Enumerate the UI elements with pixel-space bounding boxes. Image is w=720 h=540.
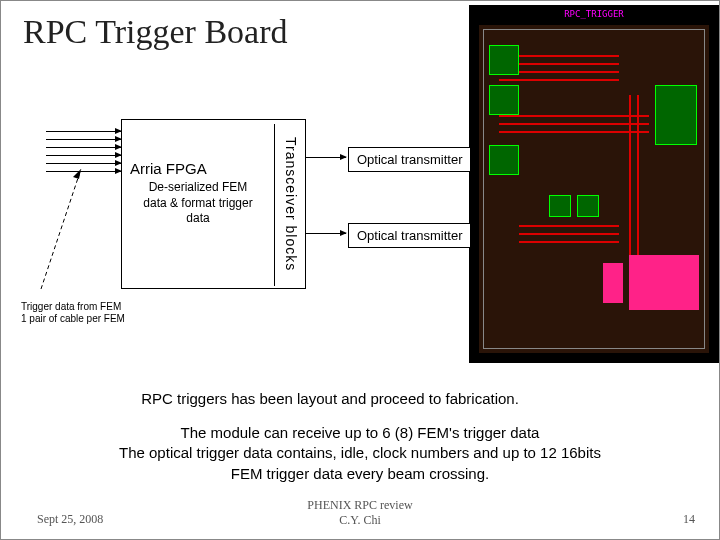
fem-arrow-icon <box>46 147 121 148</box>
pcb-label: RPC_TRIGGER <box>469 9 719 19</box>
dashed-pointer-arrow-icon <box>31 149 121 299</box>
body-line-1: RPC triggers has been layout and proceed… <box>0 389 689 409</box>
svg-line-0 <box>41 169 81 289</box>
footer-page-number: 14 <box>683 512 695 527</box>
optical-arrow-icon <box>306 233 346 234</box>
optical-transmitter-2: Optical transmitter <box>348 223 471 248</box>
fem-arrow-icon <box>46 131 121 132</box>
trigger-data-caption: Trigger data from FEM 1 pair of cable pe… <box>21 301 125 325</box>
optical-arrow-icon <box>306 157 346 158</box>
fem-arrow-icon <box>46 139 121 140</box>
transceiver-label: Transceiver blocks <box>283 124 299 284</box>
block-diagram: Arria FPGA De-serialized FEM data & form… <box>21 109 701 339</box>
trigger-caption-line1: Trigger data from FEM <box>21 301 125 313</box>
slide: RPC Trigger Board RPC_TRIGGER <box>0 0 720 540</box>
fpga-title: Arria FPGA <box>130 160 207 177</box>
fpga-block: Arria FPGA De-serialized FEM data & form… <box>121 119 306 289</box>
footer-center: PHENIX RPC review C.Y. Chi <box>1 498 719 527</box>
svg-marker-1 <box>73 169 81 179</box>
body-paragraph-2: The module can receive up to 6 (8) FEM's… <box>1 423 719 484</box>
transceiver-divider <box>274 124 275 286</box>
fpga-description: De-serialized FEM data & format trigger … <box>138 180 258 227</box>
trigger-caption-line2: 1 pair of cable per FEM <box>21 313 125 325</box>
optical-transmitter-1: Optical transmitter <box>348 147 471 172</box>
